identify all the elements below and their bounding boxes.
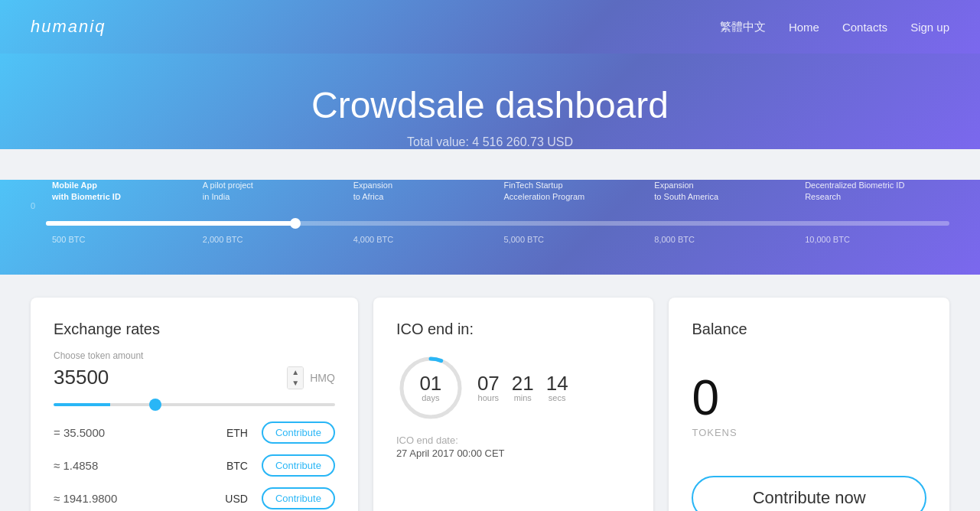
balance-tokens-label: TOKENS	[692, 427, 737, 438]
ico-end-date: ICO end date: 27 April 2017 00:00 CET	[396, 435, 631, 459]
secs-num: 14	[546, 373, 568, 393]
progress-section: 0 Mobile Appwith Biometric ID A pilot pr…	[0, 180, 980, 275]
token-amount-row: 35500 ▲ ▼ HMQ	[54, 366, 335, 389]
milestone-2: A pilot projectin India	[197, 180, 347, 203]
mins-num: 21	[512, 373, 534, 393]
milestone-4: FinTech StartupAcceleration Program	[497, 180, 648, 203]
milestone-2-label: A pilot projectin India	[203, 180, 341, 203]
btc-label-4: 5,000 BTC	[497, 235, 648, 244]
days-inner: 01 days	[419, 373, 441, 402]
page-title: Crowdsale dashboard	[31, 84, 949, 126]
exchange-card: Exchange rates Choose token amount 35500…	[31, 298, 358, 511]
milestones: 0 Mobile Appwith Biometric ID A pilot pr…	[31, 180, 949, 210]
btc-label-5: 8,000 BTC	[648, 235, 799, 244]
eth-contribute-btn[interactable]: Contribute	[262, 421, 335, 444]
milestone-4-label: FinTech StartupAcceleration Program	[503, 180, 642, 203]
milestone-3-label: Expansionto Africa	[353, 180, 492, 203]
progress-marker	[290, 218, 301, 229]
days-label: days	[419, 393, 441, 402]
eth-rate-row: = 35.5000 ETH Contribute	[54, 421, 335, 444]
zero-label: 0	[31, 180, 46, 210]
nav-home[interactable]: Home	[789, 21, 819, 34]
secs-label: secs	[546, 393, 568, 402]
nav-contacts[interactable]: Contacts	[842, 21, 887, 34]
mins-label: mins	[512, 393, 534, 402]
ico-end-label: ICO end date:	[396, 435, 458, 446]
hours-num: 07	[477, 373, 500, 393]
btc-rate-value: ≈ 1.4858	[54, 459, 98, 472]
header: humaniq 繁體中文 Home Contacts Sign up	[0, 0, 980, 54]
days-num: 01	[419, 373, 441, 393]
ico-card: ICO end in: 01 days 07 hours 21 mins	[373, 298, 654, 511]
btc-rate-row: ≈ 1.4858 BTC Contribute	[54, 454, 335, 477]
btc-currency: BTC	[226, 460, 248, 472]
milestone-5: Expansionto South America	[648, 180, 799, 203]
mins-unit: 21 mins	[512, 373, 534, 402]
hours-label: hours	[477, 393, 500, 402]
ico-title: ICO end in:	[396, 321, 631, 338]
hours-unit: 07 hours	[477, 373, 500, 402]
btc-label-6: 10,000 BTC	[799, 235, 949, 244]
slider-wrap	[54, 395, 335, 409]
milestone-6-label: Decentralized Biometric IDResearch	[805, 180, 943, 203]
ico-end-value: 27 April 2017 00:00 CET	[396, 448, 631, 459]
countdown-row: 01 days 07 hours 21 mins 14 secs	[396, 353, 631, 422]
btc-label-3: 4,000 BTC	[347, 235, 498, 244]
contribute-now-button[interactable]: Contribute now	[692, 476, 926, 511]
balance-card: Balance 0 TOKENS Contribute now	[669, 298, 949, 511]
progress-fill	[46, 221, 299, 226]
eth-rate-value: = 35.5000	[54, 426, 105, 439]
secs-unit: 14 secs	[546, 373, 568, 402]
milestone-5-label: Expansionto South America	[654, 180, 793, 203]
balance-title: Balance	[692, 321, 747, 338]
stepper-down[interactable]: ▼	[288, 378, 303, 389]
nav-signup[interactable]: Sign up	[910, 21, 949, 34]
exchange-title: Exchange rates	[54, 321, 335, 338]
eth-currency: ETH	[226, 427, 248, 439]
usd-currency: USD	[225, 493, 248, 505]
token-stepper[interactable]: ▲ ▼	[287, 366, 304, 389]
balance-amount-wrap: 0 TOKENS	[692, 373, 737, 438]
nav: 繁體中文 Home Contacts Sign up	[720, 20, 949, 34]
token-label: Choose token amount	[54, 350, 335, 361]
total-value: Total value: 4 516 260.73 USD	[31, 135, 949, 149]
nav-lang[interactable]: 繁體中文	[720, 20, 766, 34]
token-amount: 35500	[54, 366, 109, 389]
milestone-1-label: Mobile Appwith Biometric ID	[52, 180, 190, 203]
stepper-up[interactable]: ▲	[288, 367, 303, 378]
milestone-1: Mobile Appwith Biometric ID	[46, 180, 197, 203]
usd-contribute-btn[interactable]: Contribute	[262, 487, 335, 509]
btc-label-2: 2,000 BTC	[197, 235, 347, 244]
logo: humaniq	[31, 17, 106, 37]
usd-rate-row: ≈ 1941.9800 USD Contribute	[54, 487, 335, 509]
btc-label-1: 500 BTC	[46, 235, 197, 244]
token-unit: HMQ	[310, 372, 335, 384]
token-slider[interactable]	[54, 403, 335, 406]
milestone-3: Expansionto Africa	[347, 180, 498, 203]
balance-amount: 0	[692, 373, 737, 422]
days-circle: 01 days	[396, 353, 465, 422]
milestone-6: Decentralized Biometric IDResearch	[799, 180, 949, 203]
hero-section: Crowdsale dashboard Total value: 4 516 2…	[0, 54, 980, 149]
usd-rate-value: ≈ 1941.9800	[54, 492, 117, 505]
main-content: Exchange rates Choose token amount 35500…	[0, 275, 980, 511]
btc-contribute-btn[interactable]: Contribute	[262, 454, 335, 477]
